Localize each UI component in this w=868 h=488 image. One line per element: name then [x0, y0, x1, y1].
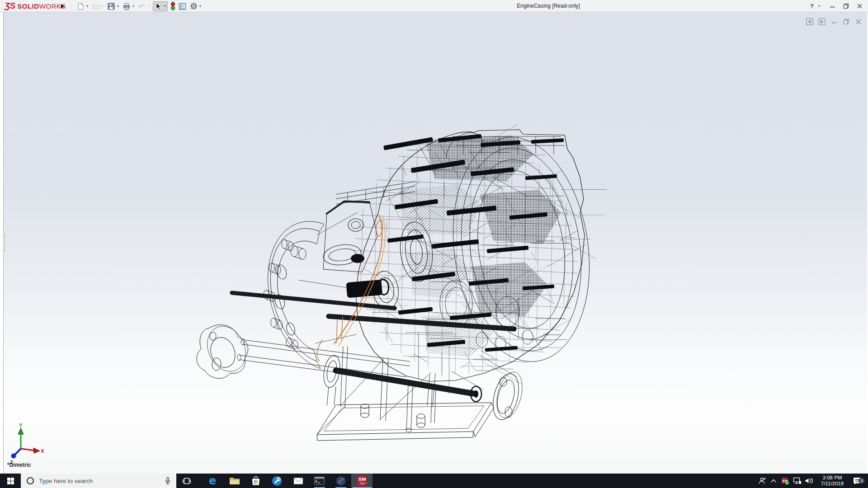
hexagon-app-icon — [335, 475, 346, 486]
taskbar-clock[interactable]: 3:08 PM 7/11/2018 — [815, 475, 850, 487]
speaker-icon[interactable] — [803, 477, 815, 484]
task-view-icon — [183, 478, 191, 484]
wireframe-model — [3, 12, 867, 474]
task-view-button[interactable] — [176, 474, 197, 488]
select-caret-icon[interactable]: ▾ — [163, 4, 167, 8]
taskbar-app-mail[interactable] — [288, 474, 309, 488]
new-document-icon — [76, 2, 85, 11]
undo-button[interactable]: ▾ — [137, 2, 151, 11]
brand-solid-text: SOLID — [17, 2, 39, 10]
people-icon[interactable] — [756, 477, 768, 484]
svg-text:e: e — [209, 475, 216, 486]
undo-caret-icon: ▾ — [147, 4, 151, 8]
window-controls: ? ▾ — [807, 0, 866, 12]
action-center-button[interactable]: 3 — [850, 477, 865, 485]
doc-close-button[interactable] — [854, 18, 863, 26]
edge-icon: e — [208, 475, 219, 486]
save-floppy-icon — [107, 2, 116, 11]
print-caret-icon[interactable]: ▾ — [132, 4, 135, 8]
view-orientation-label: *Dimetric — [7, 462, 31, 468]
taskbar-app-edge[interactable]: e — [203, 474, 224, 488]
wrench-circle-icon — [272, 476, 282, 486]
command-prompt-icon — [314, 477, 325, 485]
taskbar-app-command-prompt[interactable] — [309, 474, 330, 488]
save-button[interactable]: ▾ — [107, 2, 120, 11]
restore-button[interactable] — [839, 0, 853, 12]
file-properties-button[interactable] — [178, 2, 187, 11]
solidworks-monitor-tray-icon[interactable]: SW — [779, 477, 791, 485]
taskbar-app-store[interactable] — [245, 474, 266, 488]
mail-icon — [293, 477, 303, 485]
menu-flyout-arrow-icon[interactable]: ▶ — [59, 2, 66, 10]
open-button[interactable]: ▾ — [91, 2, 104, 11]
new-document-button[interactable]: ▾ — [76, 2, 89, 11]
splitter-dot-icon — [3, 242, 4, 244]
quick-access-toolbar: ▾ ▾ ▾ ▾ — [76, 0, 204, 12]
help-button[interactable]: ? — [807, 3, 817, 9]
document-title: EngineCasing [Read-only] — [483, 3, 614, 9]
clock-date: 7/11/2018 — [815, 481, 850, 487]
toolbar-separator — [71, 1, 71, 11]
notification-count-badge: 3 — [859, 478, 865, 484]
select-tool-button[interactable]: ▾ — [153, 1, 168, 11]
open-caret-icon: ▾ — [101, 4, 104, 8]
select-cursor-icon — [154, 2, 163, 11]
microsoft-store-icon — [251, 476, 261, 486]
svg-text:SW: SW — [359, 477, 367, 482]
cortana-icon — [26, 477, 34, 485]
document-window-controls — [806, 18, 863, 26]
solidworks-2017-icon: SW 2017 — [357, 475, 368, 486]
solidworks-logo: ƷS SOLID WORKS — [5, 1, 66, 11]
new-caret-icon[interactable]: ▾ — [85, 4, 89, 8]
help-caret-icon[interactable]: ▾ — [817, 4, 821, 8]
gear-icon — [189, 2, 198, 11]
axis-y-label: Y — [19, 422, 23, 428]
solidworks-window: ƷS SOLID WORKS ▶ ▾ ▾ ▾ — [0, 0, 868, 488]
file-explorer-icon — [229, 476, 240, 485]
svg-text:2017: 2017 — [360, 482, 367, 485]
start-button[interactable] — [0, 474, 21, 488]
printer-icon — [122, 2, 131, 11]
taskbar-app-support-tool[interactable] — [266, 474, 288, 488]
pane-right-button[interactable] — [818, 18, 826, 26]
windows-logo-icon — [7, 478, 14, 484]
pane-left-button[interactable] — [806, 18, 814, 26]
graphics-viewport[interactable]: Y X Z *Dimetric — [3, 12, 867, 474]
microphone-icon[interactable] — [165, 477, 171, 485]
open-folder-icon — [91, 2, 100, 11]
clock-time: 3:08 PM — [815, 475, 850, 481]
minimize-button[interactable] — [826, 0, 839, 12]
save-caret-icon[interactable]: ▾ — [116, 4, 120, 8]
network-icon[interactable] — [791, 477, 803, 484]
taskbar-app-hexagon[interactable] — [330, 474, 351, 488]
options-caret-icon[interactable]: ▾ — [198, 4, 202, 8]
undo-arrow-icon — [137, 2, 146, 11]
taskbar-app-solidworks[interactable]: SW 2017 — [351, 474, 373, 488]
traffic-light-icon — [170, 2, 175, 11]
coordinate-triad: Y X Z — [7, 422, 48, 468]
tray-chevron-up-icon[interactable] — [768, 479, 779, 483]
doc-minimize-button[interactable] — [830, 18, 838, 26]
feature-panel-splitter-tab[interactable] — [3, 234, 5, 251]
axis-x-label: X — [41, 448, 44, 454]
search-input[interactable] — [39, 478, 165, 484]
options-button[interactable]: ▾ — [189, 2, 202, 11]
rebuild-traffic-light-button[interactable] — [170, 2, 175, 11]
taskbar-app-file-explorer[interactable] — [224, 474, 245, 488]
taskbar-search[interactable] — [21, 474, 176, 488]
doc-restore-button[interactable] — [842, 18, 850, 26]
windows-taskbar: e SW 2017 — [0, 474, 868, 488]
title-bar: ƷS SOLID WORKS ▶ ▾ ▾ ▾ — [0, 0, 868, 12]
dassault-3ds-mark-icon: ƷS — [5, 1, 15, 11]
print-button[interactable]: ▾ — [122, 2, 135, 11]
system-tray: SW 3:08 PM 7/11/2018 3 — [756, 474, 868, 488]
properties-list-icon — [178, 2, 187, 11]
close-button[interactable] — [853, 0, 866, 12]
